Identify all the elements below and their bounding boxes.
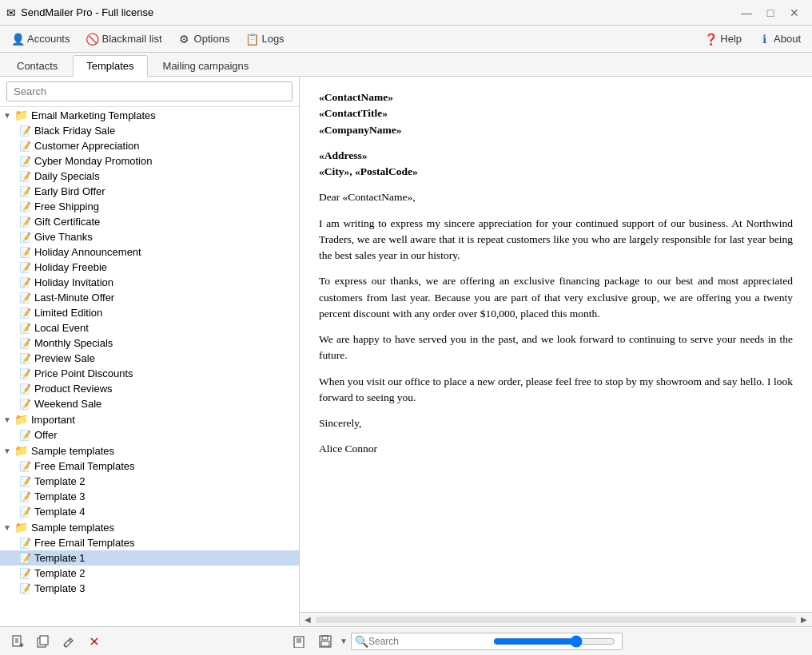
edit-button[interactable] (58, 631, 80, 652)
contact-name-field: «ContactName» (319, 91, 393, 103)
menu-about-label: About (774, 33, 801, 45)
paragraph-3: We are happy to have served you in the p… (319, 331, 793, 364)
list-item[interactable]: 📝 Template 3 (0, 489, 299, 504)
list-item[interactable]: 📝 Monthly Specials (0, 335, 299, 351)
copy-button[interactable] (32, 631, 54, 652)
toolbar-edit-button[interactable] (289, 631, 311, 652)
doc-icon: 📝 (19, 353, 31, 364)
folder-sample1[interactable]: ▼ 📁 Sample templates (0, 443, 299, 458)
list-item[interactable]: 📝 Product Reviews (0, 381, 299, 396)
doc-icon: 📝 (19, 399, 31, 410)
list-item[interactable]: 📝 Template 4 (0, 504, 299, 519)
list-item[interactable]: 📝 Free Email Templates (0, 535, 299, 550)
list-item[interactable]: 📝 Preview Sale (0, 351, 299, 366)
list-item[interactable]: 📝 Gift Certificate (0, 214, 299, 229)
doc-icon: 📝 (19, 216, 31, 228)
svg-rect-18 (321, 641, 329, 646)
list-item[interactable]: 📝 Holiday Announcement (0, 244, 299, 260)
folder-icon: 📁 (14, 413, 28, 426)
list-item[interactable]: 📝 Daily Specials (0, 169, 299, 184)
main-content: ▼ 📁 Email Marketing Templates 📝 Black Fr… (0, 77, 812, 626)
options-icon: ⚙ (178, 33, 191, 46)
list-item[interactable]: 📝 Free Email Templates (0, 458, 299, 474)
new-button[interactable] (6, 631, 29, 652)
title-bar-left: ✉ SendMailer Pro - Full license (6, 6, 153, 19)
folder-label: Important (31, 414, 75, 426)
scroll-left-arrow[interactable]: ◀ (301, 613, 314, 626)
tab-mailing[interactable]: Mailing campaigns (149, 55, 263, 76)
doc-icon: 📝 (19, 568, 31, 579)
svg-rect-17 (322, 636, 328, 640)
scroll-track[interactable] (316, 617, 796, 623)
left-scroll-wrap: ▼ 📁 Email Marketing Templates 📝 Black Fr… (0, 107, 299, 626)
list-item[interactable]: 📝 Local Event (0, 320, 299, 335)
svg-rect-7 (40, 636, 48, 645)
minimize-button[interactable]: — (735, 4, 758, 22)
list-item[interactable]: 📝 Limited Edition (0, 305, 299, 320)
tab-contacts[interactable]: Contacts (3, 55, 71, 76)
closing: Sincerely, (319, 415, 793, 431)
dropdown-arrow[interactable]: ▼ (340, 637, 348, 645)
folder-sample2[interactable]: ▼ 📁 Sample templates (0, 519, 299, 535)
search-toolbar-input[interactable] (368, 636, 491, 647)
list-item[interactable]: 📝 Early Bird Offer (0, 184, 299, 199)
list-item[interactable]: 📝 Give Thanks (0, 229, 299, 244)
doc-icon: 📝 (19, 491, 31, 502)
left-panel: ▼ 📁 Email Marketing Templates 📝 Black Fr… (0, 77, 300, 626)
expand-icon: ▼ (3, 523, 14, 532)
address-field: «Address» (319, 149, 368, 161)
list-item[interactable]: 📝 Template 3 (0, 581, 299, 596)
delete-button[interactable] (83, 631, 105, 652)
list-item[interactable]: 📝 Holiday Freebie (0, 260, 299, 275)
search-toolbar: 🔍 (351, 633, 623, 650)
maximize-button[interactable]: □ (759, 4, 782, 22)
list-item[interactable]: 📝 Price Point Discounts (0, 366, 299, 381)
list-item[interactable]: 📝 Offer (0, 427, 299, 443)
bottom-toolbar: ▼ 🔍 (0, 626, 812, 655)
folder-icon: 📁 (14, 521, 28, 534)
list-item[interactable]: 📝 Free Shipping (0, 199, 299, 214)
horizontal-scrollbar[interactable]: ◀ ▶ (300, 612, 812, 626)
doc-icon: 📝 (19, 156, 31, 167)
list-item[interactable]: 📝 Weekend Sale (0, 396, 299, 411)
list-item[interactable]: 📝 Last-Minute Offer (0, 290, 299, 305)
menu-blackmail[interactable]: 🚫 Blackmail list (79, 30, 168, 49)
list-item[interactable]: 📝 Template 2 (0, 474, 299, 489)
list-item[interactable]: 📝 Black Friday Sale (0, 123, 299, 138)
svg-line-8 (69, 640, 71, 642)
doc-icon: 📝 (19, 277, 31, 288)
menu-accounts[interactable]: 👤 Accounts (5, 30, 76, 49)
accounts-icon: 👤 (11, 33, 24, 46)
scroll-right-arrow[interactable]: ▶ (798, 613, 810, 626)
tree-scroll[interactable]: ▼ 📁 Email Marketing Templates 📝 Black Fr… (0, 107, 299, 626)
company-name-field: «CompanyName» (319, 124, 402, 136)
tab-templates[interactable]: Templates (73, 55, 147, 77)
menu-help[interactable]: ❓ Help (698, 30, 748, 49)
folder-important[interactable]: ▼ 📁 Important (0, 411, 299, 427)
doc-icon: 📝 (19, 323, 31, 334)
app-title: SendMailer Pro - Full license (21, 6, 153, 18)
list-item[interactable]: 📝 Customer Appreciation (0, 138, 299, 153)
toolbar-left (6, 631, 105, 652)
menu-options[interactable]: ⚙ Options (172, 30, 237, 49)
search-toolbar-icon: 🔍 (355, 635, 368, 648)
copy-icon (37, 635, 50, 648)
new-icon (11, 635, 24, 648)
list-item-selected[interactable]: 📝 Template 1 (0, 550, 299, 566)
search-input[interactable] (6, 81, 293, 101)
zoom-slider[interactable] (493, 635, 615, 648)
folder-email-marketing[interactable]: ▼ 📁 Email Marketing Templates (0, 107, 299, 123)
toolbar-edit-icon (293, 635, 306, 648)
toolbar-save-button[interactable] (314, 631, 336, 652)
list-item[interactable]: 📝 Template 2 (0, 566, 299, 581)
folder-label: Sample templates (31, 445, 114, 457)
list-item[interactable]: 📝 Holiday Invitation (0, 275, 299, 290)
search-box (0, 77, 299, 107)
list-item[interactable]: 📝 Cyber Monday Promotion (0, 153, 299, 169)
menu-logs[interactable]: 📋 Logs (239, 30, 290, 49)
close-button[interactable]: ✕ (783, 4, 806, 22)
menu-left: 👤 Accounts 🚫 Blackmail list ⚙ Options 📋 … (5, 30, 291, 49)
folder-label: Sample templates (31, 522, 114, 534)
doc-icon: 📝 (19, 461, 31, 472)
menu-about[interactable]: ℹ About (751, 30, 807, 49)
